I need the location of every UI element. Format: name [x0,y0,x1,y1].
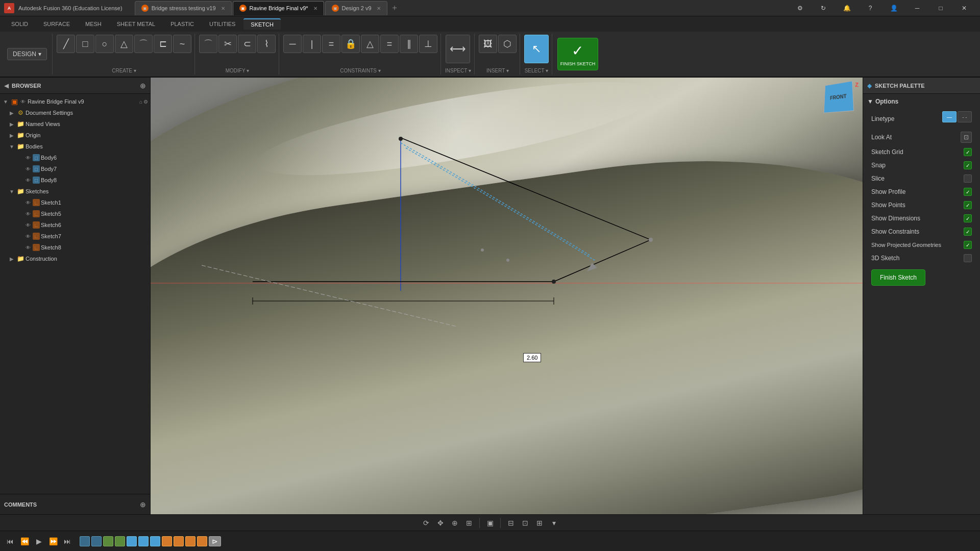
expand-named-views[interactable]: ▶ [8,120,15,128]
timeline-item-2[interactable] [91,536,102,546]
expand-construction[interactable]: ▶ [8,255,15,262]
maximize-button[interactable]: □ [929,0,952,16]
tree-item-body7[interactable]: 👁 □ Body7 [0,163,150,174]
finish-sketch-palette-button[interactable]: Finish Sketch [871,269,925,286]
tree-item-sketch5[interactable]: 👁 ∟ Sketch5 [0,208,150,219]
tree-item-sketch8[interactable]: 👁 ∟ Sketch8 [0,242,150,253]
orbit-button[interactable]: ⟳ [420,517,432,529]
insert-image-button[interactable]: 🖼 [479,35,497,53]
tree-item-sketch6[interactable]: 👁 ∟ Sketch6 [0,219,150,231]
tangent-constraint-button[interactable]: △ [361,35,379,53]
rect-tool-button[interactable]: □ [76,35,94,53]
eye-sketch8[interactable]: 👁 [24,244,32,251]
timeline-item-10[interactable] [185,536,195,546]
expand-doc-settings[interactable]: ▶ [8,109,15,116]
tab-close-2[interactable]: ✕ [313,6,317,11]
3d-sketch-checkbox[interactable] [964,254,972,262]
tree-item-body6[interactable]: 👁 □ Body6 [0,152,150,163]
timeline-item-1[interactable] [80,536,90,546]
close-button[interactable]: ✕ [952,0,976,16]
ws-tab-mesh[interactable]: MESH [78,19,109,29]
browser-back-icon[interactable]: ◀ [4,82,9,89]
timeline-next-button[interactable]: ⏩ [47,535,59,547]
ws-tab-plastic[interactable]: PLASTIC [163,19,201,29]
eye-body6[interactable]: 👁 [24,154,32,161]
eye-body7[interactable]: 👁 [24,165,32,172]
select-button[interactable]: ↖ [524,35,549,63]
timeline-last-button[interactable]: ⏭ [61,535,74,547]
pan-button[interactable]: ✥ [434,517,447,529]
visibility-button[interactable]: ⊡ [519,517,531,529]
minimize-button[interactable]: ─ [905,0,929,16]
show-projected-checkbox[interactable]: ✓ [964,241,972,249]
trim-tool-button[interactable]: ✂ [218,35,237,53]
mirror-tool-button[interactable]: ⌇ [257,35,276,53]
show-dimensions-checkbox[interactable]: ✓ [964,214,972,222]
ws-tab-surface[interactable]: SURFACE [36,19,77,29]
tree-item-sketches[interactable]: ▼ 📁 Sketches [0,186,150,197]
tab-ravine-bridge[interactable]: ▣ Ravine Bridge Final v9* ✕ [233,1,324,15]
timeline-play-button[interactable]: ▶ [33,535,45,547]
expand-bodies[interactable]: ▼ [8,143,15,150]
timeline-item-5[interactable] [127,536,137,546]
help-icon[interactable]: ? [859,0,882,16]
timeline-prev-button[interactable]: ⏪ [18,535,31,547]
timeline-first-button[interactable]: ⏮ [4,535,16,547]
linetype-solid-button[interactable]: — [942,111,957,122]
polygon-tool-button[interactable]: △ [115,35,133,53]
viewcube[interactable]: FRONT Z [818,82,859,122]
tab-design2[interactable]: ▣ Design 2 v9 ✕ [325,1,387,15]
timeline-end-marker[interactable]: ⊳ [209,536,221,546]
timeline-item-6[interactable] [138,536,149,546]
look-at-button[interactable]: ⊡ [961,132,972,143]
show-profile-checkbox[interactable]: ✓ [964,188,972,196]
equal-constraint-button[interactable]: = [380,35,399,53]
ws-tab-solid[interactable]: SOLID [4,19,35,29]
offset-tool-button[interactable]: ⊂ [238,35,256,53]
ws-tab-utilities[interactable]: UTILITIES [202,19,242,29]
perp-constraint-button[interactable]: ⊥ [419,35,437,53]
expand-origin[interactable]: ▶ [8,132,15,139]
comments-add-icon[interactable]: ⊕ [140,500,146,509]
viewport[interactable]: 2.60 FRONT Z [151,78,863,514]
coincident-constraint-button[interactable]: = [322,35,340,53]
eye-sketch5[interactable]: 👁 [24,210,32,217]
eye-sketch7[interactable]: 👁 [24,233,32,240]
more-options-button[interactable]: ▾ [548,517,560,529]
linetype-dashed-button[interactable]: - - [958,111,972,122]
settings-icon[interactable]: ⚙ [788,0,812,16]
sketch-grid-checkbox[interactable]: ✓ [964,148,972,156]
ws-tab-sheet-metal[interactable]: SHEET METAL [110,19,162,29]
timeline-item-3[interactable] [103,536,113,546]
tree-item-construction[interactable]: ▶ 📁 Construction [0,253,150,264]
line-tool-button[interactable]: ╱ [57,35,75,53]
show-points-checkbox[interactable]: ✓ [964,201,972,209]
spline-tool-button[interactable]: ~ [173,35,191,53]
circle-tool-button[interactable]: ○ [95,35,114,53]
tree-item-sketch7[interactable]: 👁 ∟ Sketch7 [0,231,150,242]
arc-tool-button[interactable]: ⌒ [134,35,153,53]
tree-item-root[interactable]: ▼ ▣ 👁 Ravine Bridge Final v9 ⌂ ⚙ [0,96,150,107]
tab-close-3[interactable]: ✕ [377,6,381,11]
tree-item-origin[interactable]: ▶ 📁 Origin [0,130,150,141]
display-mode-button[interactable]: ▣ [484,517,496,529]
tree-item-sketch1[interactable]: 👁 ∟ Sketch1 [0,197,150,208]
insert-dxf-button[interactable]: ⬡ [498,35,517,53]
browser-options-icon[interactable]: ⊕ [140,82,146,90]
eye-root[interactable]: 👁 [19,98,27,105]
tree-item-doc-settings[interactable]: ▶ ⚙ Document Settings [0,107,150,118]
design-dropdown[interactable]: DESIGN ▾ [7,48,47,60]
show-constraints-checkbox[interactable]: ✓ [964,228,972,236]
palette-options-header[interactable]: ▼ Options [867,98,976,105]
sync-icon[interactable]: ↻ [812,0,835,16]
timeline-item-7[interactable] [150,536,160,546]
tab-close-1[interactable]: ✕ [221,6,225,11]
new-tab-button[interactable]: ＋ [388,2,401,14]
expand-sketches[interactable]: ▼ [8,188,15,195]
fillet-tool-button[interactable]: ⌒ [199,35,217,53]
canvas-settings-button[interactable]: ⊞ [533,517,546,529]
zoom-fit-button[interactable]: ⊞ [463,517,475,529]
horizontal-constraint-button[interactable]: ─ [283,35,302,53]
tree-item-body8[interactable]: 👁 □ Body8 [0,174,150,186]
ws-tab-sketch[interactable]: SKETCH [243,18,281,30]
